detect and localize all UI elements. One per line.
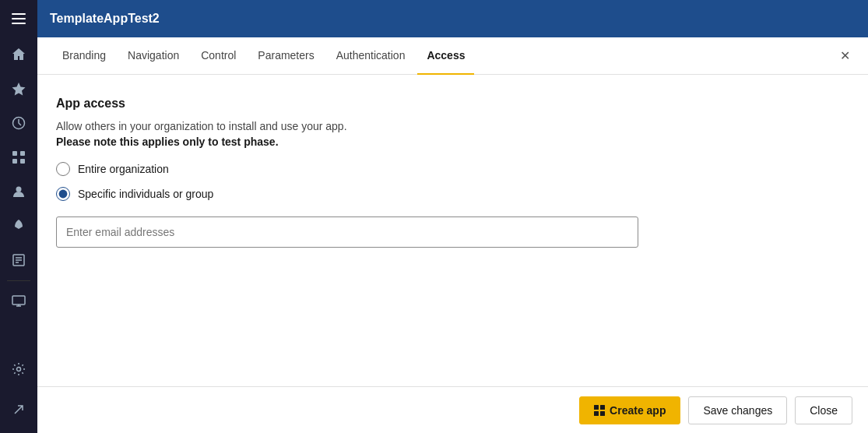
tabs-bar: Branding Navigation Control Parameters A… — [37, 37, 868, 75]
svg-rect-15 — [12, 296, 25, 305]
radio-entire-org-label: Entire organization — [78, 163, 169, 175]
sidebar-item-contacts[interactable] — [0, 174, 37, 209]
sidebar-item-home[interactable] — [0, 37, 37, 72]
sidebar-item-apps[interactable] — [0, 140, 37, 174]
radio-entire-org-input[interactable] — [56, 162, 70, 176]
svg-rect-5 — [12, 151, 17, 156]
tab-control[interactable]: Control — [192, 37, 245, 75]
create-app-label: Create app — [610, 404, 666, 417]
tab-branding[interactable]: Branding — [53, 37, 115, 75]
sidebar-item-learn[interactable] — [0, 243, 37, 277]
tab-parameters[interactable]: Parameters — [248, 37, 323, 75]
svg-point-18 — [17, 368, 21, 371]
svg-point-10 — [17, 224, 20, 227]
radio-specific-label: Specific individuals or group — [78, 188, 213, 200]
tab-authentication[interactable]: Authentication — [327, 37, 415, 75]
svg-rect-6 — [20, 151, 25, 156]
section-title: App access — [56, 97, 849, 111]
svg-rect-2 — [12, 23, 26, 24]
svg-rect-8 — [20, 159, 25, 164]
radio-specific-input[interactable] — [56, 187, 70, 201]
email-addresses-input[interactable] — [56, 216, 638, 248]
sidebar-item-settings[interactable] — [0, 352, 37, 386]
close-label: Close — [810, 404, 838, 417]
tab-navigation[interactable]: Navigation — [118, 37, 188, 75]
svg-rect-1 — [12, 18, 26, 19]
svg-rect-19 — [594, 405, 599, 410]
svg-rect-22 — [600, 411, 605, 416]
save-changes-button[interactable]: Save changes — [688, 396, 787, 424]
topbar: TemplateAppTest2 — [37, 0, 868, 37]
sidebar-divider — [7, 280, 30, 281]
create-app-icon — [594, 405, 605, 416]
sidebar-item-launch[interactable] — [0, 209, 37, 243]
svg-point-9 — [16, 187, 22, 192]
create-app-button[interactable]: Create app — [579, 396, 680, 424]
close-panel-button[interactable]: ✕ — [834, 45, 856, 67]
main-panel: TemplateAppTest2 Branding Navigation Con… — [37, 0, 868, 433]
description-text: Allow others in your organization to ins… — [56, 120, 849, 132]
sidebar — [0, 0, 37, 433]
svg-rect-0 — [12, 13, 26, 15]
sidebar-item-recent[interactable] — [0, 106, 37, 140]
footer: Create app Save changes Close — [37, 386, 868, 433]
sidebar-item-monitor[interactable] — [0, 284, 37, 319]
save-changes-label: Save changes — [703, 404, 772, 417]
access-radio-group: Entire organization Specific individuals… — [56, 162, 849, 201]
sidebar-item-favorites[interactable] — [0, 72, 37, 106]
content-area: Branding Navigation Control Parameters A… — [37, 37, 868, 433]
hamburger-button[interactable] — [0, 0, 37, 37]
radio-specific[interactable]: Specific individuals or group — [56, 187, 849, 201]
radio-entire-org[interactable]: Entire organization — [56, 162, 849, 176]
page-body: App access Allow others in your organiza… — [37, 75, 868, 386]
svg-marker-3 — [12, 83, 26, 96]
svg-rect-20 — [600, 405, 605, 410]
sidebar-item-external[interactable] — [0, 393, 37, 427]
tab-access[interactable]: Access — [417, 37, 474, 75]
svg-rect-21 — [594, 411, 599, 416]
close-button[interactable]: Close — [795, 396, 852, 424]
svg-rect-7 — [12, 159, 17, 164]
description-bold-text: Please note this applies only to test ph… — [56, 136, 849, 148]
app-title: TemplateAppTest2 — [50, 12, 160, 26]
